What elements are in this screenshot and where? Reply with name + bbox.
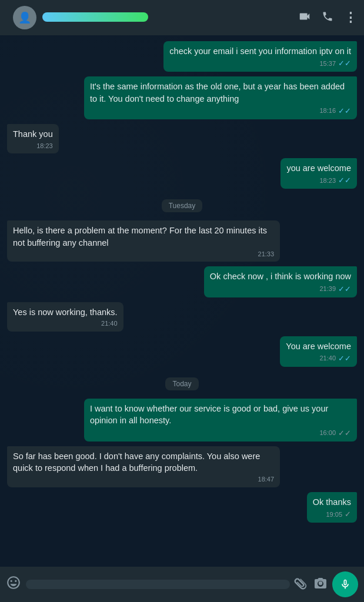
message-time: 19:05 — [326, 510, 342, 519]
bubble-msg10: So far has been good. I don't have any c… — [7, 446, 280, 487]
message-row: you are welcome 18:23 ✓✓ — [7, 158, 357, 189]
input-bar — [0, 567, 364, 602]
avatar-icon: 👤 — [18, 11, 31, 24]
message-input-wrap[interactable] — [26, 580, 290, 589]
bubble-msg7: Yes is now working, thanks. 21:40 — [7, 302, 123, 332]
message-time: 21:40 — [101, 319, 118, 328]
message-row: You are welcome 21:40 ✓✓ — [7, 336, 357, 367]
bubble-msg6: Ok check now , i think is working now 21… — [204, 266, 357, 297]
message-time: 21:40 — [319, 354, 336, 363]
read-ticks: ✓✓ — [338, 353, 351, 364]
contact-name-bar — [42, 12, 148, 22]
message-text: Yes is now working, thanks. — [13, 307, 118, 317]
attach-icon[interactable] — [290, 573, 312, 595]
message-row: It's the same information as the old one… — [7, 76, 357, 119]
message-time: 18:23 — [319, 176, 336, 185]
message-text: So far has been good. I don't have any c… — [13, 452, 260, 473]
message-time: 21:33 — [258, 250, 275, 259]
message-row: Ok check now , i think is working now 21… — [7, 266, 357, 297]
message-time: 18:47 — [258, 475, 275, 484]
bubble-msg11: Ok thanks 19:05 ✓ — [307, 492, 357, 523]
more-options-icon[interactable]: ⋮ — [344, 10, 357, 25]
bubble-msg2: It's the same information as the old one… — [84, 76, 357, 119]
bubble-msg8: You are welcome 21:40 ✓✓ — [280, 336, 357, 367]
date-separator: Tuesday — [7, 199, 357, 212]
mic-button[interactable] — [332, 571, 358, 597]
bubble-msg3: Thank you 18:23 — [7, 124, 59, 153]
message-row: Thank you 18:23 — [7, 124, 357, 153]
chat-header: 👤 ⋮ — [0, 0, 364, 35]
video-call-icon[interactable] — [298, 10, 311, 26]
message-text: I want to know whether our service is go… — [90, 404, 328, 425]
bubble-msg5: Hello, is there a problem at the moment?… — [7, 220, 280, 262]
bubble-msg4: you are welcome 18:23 ✓✓ — [280, 158, 357, 189]
message-text: It's the same information as the old one… — [90, 82, 345, 103]
delivered-ticks: ✓✓ — [338, 428, 351, 439]
message-time: 18:23 — [36, 142, 53, 150]
message-time: 15:37 — [319, 59, 336, 68]
read-ticks: ✓✓ — [338, 106, 351, 116]
message-text: check your email i sent you information … — [169, 46, 351, 56]
message-text: Hello, is there a problem at the moment?… — [13, 226, 267, 247]
message-row: Yes is now working, thanks. 21:40 — [7, 302, 357, 332]
message-text: Thank you — [13, 129, 53, 139]
bubble-msg1: check your email i sent you information … — [163, 41, 357, 72]
message-text: Ok check now , i think is working now — [210, 272, 351, 281]
message-row: Ok thanks 19:05 ✓ — [7, 492, 357, 523]
message-text: Ok thanks — [313, 497, 351, 507]
message-row: I want to know whether our service is go… — [7, 399, 357, 442]
message-row: So far has been good. I don't have any c… — [7, 446, 357, 487]
avatar[interactable]: 👤 — [13, 6, 36, 29]
message-row: Hello, is there a problem at the moment?… — [7, 220, 357, 262]
sent-tick: ✓ — [345, 509, 351, 520]
contact-info[interactable] — [42, 12, 292, 24]
message-text: You are welcome — [286, 342, 351, 351]
read-ticks: ✓✓ — [338, 58, 351, 69]
message-time: 18:16 — [319, 106, 336, 115]
message-time: 16:00 — [319, 429, 336, 437]
header-icons: ⋮ — [298, 10, 357, 26]
bubble-msg9: I want to know whether our service is go… — [84, 399, 357, 442]
emoji-button[interactable] — [6, 575, 21, 594]
date-label: Tuesday — [162, 199, 203, 212]
date-separator: Today — [7, 377, 357, 390]
message-text: you are welcome — [286, 163, 351, 173]
message-row: check your email i sent you information … — [7, 41, 357, 72]
phone-call-icon[interactable] — [322, 11, 333, 25]
read-ticks: ✓✓ — [338, 175, 351, 186]
chat-area: check your email i sent you information … — [0, 35, 364, 567]
date-label: Today — [165, 377, 198, 390]
camera-icon[interactable] — [313, 576, 328, 593]
read-ticks: ✓✓ — [338, 284, 351, 295]
message-time: 21:39 — [319, 285, 336, 293]
